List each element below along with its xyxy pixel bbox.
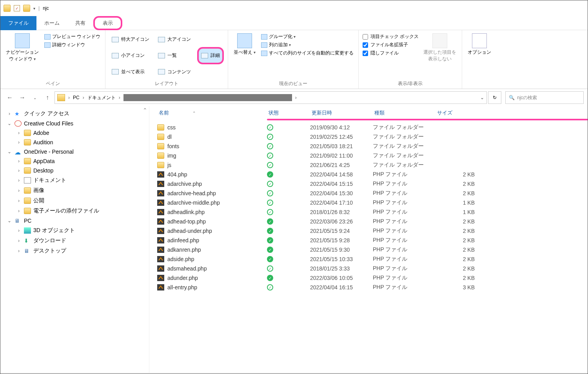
layout-small[interactable]: 小アイコン — [109, 47, 152, 64]
expand-icon[interactable]: › — [16, 178, 22, 183]
up-button[interactable]: ↑ — [42, 92, 53, 103]
recent-dropdown[interactable]: ⌄ — [29, 92, 40, 103]
tree-item[interactable]: ⌄☁OneDrive - Personal — [0, 147, 149, 156]
col-size[interactable]: サイズ — [436, 109, 475, 117]
details-pane-button[interactable]: 詳細ウィンドウ — [44, 41, 101, 49]
expand-icon[interactable]: › — [16, 208, 22, 214]
tab-home[interactable]: ホーム — [36, 16, 67, 30]
search-input[interactable]: 🔍 njcの検索 — [505, 91, 584, 104]
tree-item[interactable]: ›Adobe — [0, 128, 149, 138]
nav-tree[interactable]: ⌃ ›★クイック アクセス⌄Creative Cloud Files›Adobe… — [0, 106, 149, 373]
expand-icon[interactable]: › — [16, 168, 22, 173]
file-ext-toggle[interactable]: ファイル名拡張子 — [363, 41, 419, 49]
col-type[interactable]: 種類 — [373, 109, 436, 117]
size-all-columns-button[interactable]: すべての列のサイズを自動的に変更する — [260, 49, 354, 57]
file-row[interactable]: adunder.php✓2022/03/06 10:05PHP ファイル2 KB — [149, 273, 588, 283]
expand-icon[interactable]: › — [16, 158, 22, 164]
file-date: 2021/05/15 10:33 — [310, 256, 373, 262]
file-row[interactable]: adarchive.php✓2022/04/04 15:15PHP ファイル2 … — [149, 179, 588, 189]
expand-icon[interactable]: › — [16, 238, 22, 243]
chevron-icon[interactable]: › — [294, 95, 298, 100]
layout-tiles[interactable]: 並べて表示 — [109, 65, 152, 79]
layout-extra-large[interactable]: 特大アイコン — [109, 33, 152, 46]
tab-file[interactable]: ファイル — [0, 16, 36, 30]
file-row[interactable]: js✓2021/06/21 4:25ファイル フォルダー — [149, 160, 588, 170]
item-checkboxes-toggle[interactable]: 項目チェック ボックス — [363, 33, 419, 41]
file-row[interactable]: fonts✓2021/05/03 18:21ファイル フォルダー — [149, 142, 588, 151]
file-row[interactable]: dl✓2019/02/25 12:45ファイル フォルダー — [149, 132, 588, 142]
nav-pane-button[interactable]: ナビゲーション ウィンドウ — [4, 33, 40, 79]
tree-item[interactable]: ›Desktop — [0, 166, 149, 175]
file-list[interactable]: 名前⌃ 状態 更新日時 種類 サイズ css✓2019/09/30 4:12ファ… — [149, 106, 588, 373]
refresh-button[interactable]: ↻ — [488, 91, 501, 104]
file-row[interactable]: adsmahead.php✓2018/01/25 3:33PHP ファイル2 K… — [149, 264, 588, 273]
file-row[interactable]: adside.php✓2021/05/15 10:33PHP ファイル2 KB — [149, 254, 588, 264]
layout-content[interactable]: コンテンツ — [156, 65, 193, 79]
hide-selected-button[interactable]: 選択した項目を 表示しない — [422, 33, 458, 79]
tree-item[interactable]: ›画像 — [0, 185, 149, 196]
tab-share[interactable]: 共有 — [67, 16, 93, 30]
chevron-icon[interactable]: › — [67, 95, 71, 100]
col-name[interactable]: 名前⌃ — [157, 109, 267, 117]
sort-button[interactable]: 並べ替え — [232, 33, 257, 79]
expand-icon[interactable]: › — [16, 198, 22, 203]
col-status[interactable]: 状態 — [267, 109, 310, 117]
hidden-items-toggle[interactable]: 隠しファイル — [363, 49, 419, 57]
tree-item[interactable]: ›🖥デスクトップ — [0, 246, 149, 256]
expand-icon[interactable]: ⌄ — [7, 218, 12, 223]
layout-large[interactable]: 大アイコン — [156, 33, 193, 46]
back-button[interactable]: ← — [4, 92, 15, 103]
layout-list[interactable]: 一覧 — [156, 47, 193, 64]
tree-item[interactable]: ›⬇ダウンロード — [0, 236, 149, 246]
file-row[interactable]: adheadlink.php✓2018/01/26 8:32PHP ファイル1 … — [149, 207, 588, 217]
tree-item[interactable]: ⌄Creative Cloud Files — [0, 119, 149, 128]
file-row[interactable]: adhead-top.php✓2022/03/06 23:26PHP ファイル2… — [149, 217, 588, 226]
expand-icon[interactable]: › — [16, 140, 22, 145]
file-row[interactable]: all-entry.php✓2022/04/04 16:15PHP ファイル3 … — [149, 283, 588, 292]
file-type: ファイル フォルダー — [373, 133, 436, 140]
file-row[interactable]: 404.php✓2022/04/04 14:58PHP ファイル2 KB — [149, 170, 588, 179]
tree-item[interactable]: ›ドキュメント — [0, 175, 149, 185]
expand-icon[interactable]: ⌄ — [7, 121, 12, 126]
file-row[interactable]: adkanren.php✓2021/05/15 9:30PHP ファイル2 KB — [149, 245, 588, 254]
options-button[interactable]: オプション — [466, 33, 493, 80]
tree-item[interactable]: ›公開 — [0, 196, 149, 206]
layout-details[interactable]: 詳細 — [197, 47, 224, 64]
qat-check-icon[interactable]: ✓ — [14, 5, 20, 11]
tree-item[interactable]: ›Audition — [0, 138, 149, 147]
add-columns-button[interactable]: 列の追加 — [260, 41, 354, 49]
tree-item[interactable]: ›AppData — [0, 156, 149, 166]
scroll-up-icon[interactable]: ⌃ — [143, 107, 147, 113]
breadcrumb-documents[interactable]: ドキュメント — [87, 94, 116, 101]
chevron-icon[interactable]: › — [118, 95, 121, 100]
address-bar[interactable]: › PC › ドキュメント › › ⌄ — [54, 91, 487, 104]
file-row[interactable]: adhead-under.php✓2021/05/15 9:24PHP ファイル… — [149, 226, 588, 236]
tree-item[interactable]: ⌄🖥PC — [0, 216, 149, 225]
expand-icon[interactable]: › — [7, 111, 12, 116]
tab-view[interactable]: 表示 — [93, 16, 122, 30]
breadcrumb-pc[interactable]: PC — [73, 95, 80, 100]
file-row[interactable]: css✓2019/09/30 4:12ファイル フォルダー — [149, 123, 588, 132]
forward-button[interactable]: → — [17, 92, 28, 103]
file-name: all-entry.php — [167, 284, 197, 290]
file-row[interactable]: adinfeed.php✓2021/05/15 9:28PHP ファイル2 KB — [149, 236, 588, 245]
preview-pane-button[interactable]: プレビュー ウィンドウ — [44, 33, 101, 41]
expand-icon[interactable]: › — [16, 248, 22, 254]
qat-dropdown-icon[interactable]: ▾ — [33, 6, 35, 11]
breadcrumb-redacted[interactable] — [123, 94, 292, 101]
address-dropdown-icon[interactable]: ⌄ — [480, 95, 484, 100]
expand-icon[interactable]: › — [16, 228, 22, 233]
expand-icon[interactable]: ⌄ — [7, 149, 12, 154]
expand-icon[interactable]: › — [16, 130, 22, 136]
expand-icon[interactable]: › — [16, 188, 22, 193]
tree-item[interactable]: ›3D オブジェクト — [0, 225, 149, 236]
file-row[interactable]: adarchive-middle.php✓2022/04/04 17:10PHP… — [149, 198, 588, 207]
file-date: 2018/01/25 3:33 — [310, 265, 373, 272]
group-by-button[interactable]: グループ化 — [260, 33, 354, 41]
tree-item[interactable]: ›電子メールの添付ファイル — [0, 206, 149, 216]
file-row[interactable]: img✓2021/09/02 11:00ファイル フォルダー — [149, 151, 588, 160]
file-row[interactable]: adarchive-head.php✓2022/04/04 15:30PHP フ… — [149, 189, 588, 198]
col-date[interactable]: 更新日時 — [310, 109, 373, 117]
tree-item[interactable]: ›★クイック アクセス — [0, 109, 149, 119]
chevron-icon[interactable]: › — [82, 95, 85, 100]
